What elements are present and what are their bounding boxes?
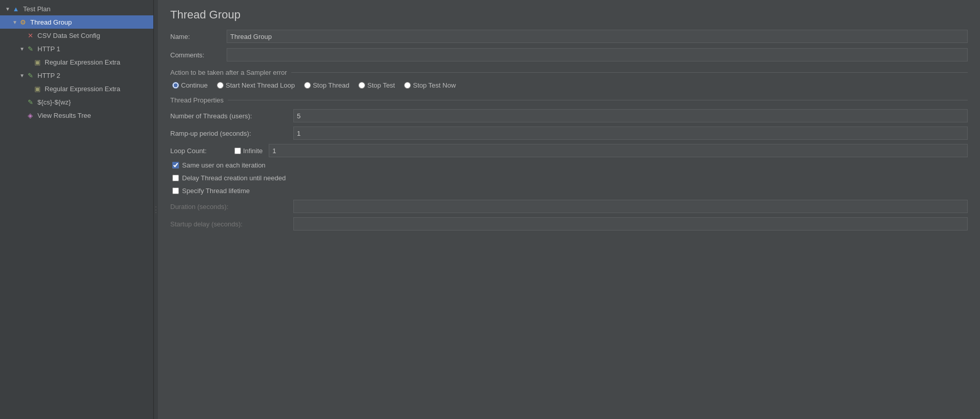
num-threads-row: Number of Threads (users): [170,109,968,122]
name-row: Name: [170,30,968,43]
sidebar-item-label-results: View Results Tree [37,112,91,119]
action-radio-group: Continue Start Next Thread Loop Stop Thr… [170,81,968,89]
sidebar-item-var[interactable]: ✎${cs}-${wz} [0,95,153,109]
sidebar: ▼▲Test Plan▼⚙Thread Group✕CSV Data Set C… [0,0,154,419]
comments-input[interactable] [227,48,968,61]
radio-stop-test-now[interactable]: Stop Test Now [404,81,456,89]
same-user-row: Same user on each iteration [170,161,968,169]
delay-thread-row: Delay Thread creation until needed [170,174,968,182]
sidebar-item-label-regex1: Regular Expression Extra [45,58,120,66]
toggle-test-plan: ▼ [4,6,11,12]
startup-delay-label: Startup delay (seconds): [170,220,293,228]
specify-lifetime-checkbox[interactable] [172,187,179,194]
sidebar-item-label-var: ${cs}-${wz} [37,98,71,106]
toggle-http2: ▼ [18,73,26,78]
startup-delay-row: Startup delay (seconds): [170,217,968,231]
sidebar-item-regex1[interactable]: ▣Regular Expression Extra [0,55,153,69]
specify-lifetime-row: Specify Thread lifetime [170,187,968,195]
radio-stop-test[interactable]: Stop Test [358,81,395,89]
comments-row: Comments: [170,48,968,61]
sidebar-item-label-test-plan: Test Plan [23,5,50,13]
thread-props-section: Number of Threads (users): Ramp-up perio… [170,109,968,231]
num-threads-label: Number of Threads (users): [170,112,293,120]
icon-test-plan: ▲ [11,4,21,13]
icon-http2: ✎ [26,71,35,80]
radio-stop-test-now-label: Stop Test Now [413,81,456,89]
sidebar-item-label-http2: HTTP 2 [37,72,61,79]
radio-start-next-label: Start Next Thread Loop [226,81,295,89]
loop-count-input[interactable] [269,144,968,157]
sidebar-item-thread-group[interactable]: ▼⚙Thread Group [0,15,153,29]
sidebar-item-http1[interactable]: ▼✎HTTP 1 [0,42,153,55]
icon-csv-data: ✕ [26,31,35,40]
duration-input[interactable] [293,200,968,213]
icon-regex2: ▣ [33,84,42,93]
rampup-label: Ramp-up period (seconds): [170,130,293,137]
toggle-http1: ▼ [18,46,26,52]
sidebar-item-label-http1: HTTP 1 [37,45,61,53]
radio-stop-thread[interactable]: Stop Thread [304,81,349,89]
sidebar-item-regex2[interactable]: ▣Regular Expression Extra [0,82,153,95]
icon-http1: ✎ [26,44,35,53]
num-threads-input[interactable] [293,109,968,122]
delay-thread-checkbox[interactable] [172,175,179,181]
main-panel: Thread Group Name: Comments: Action to b… [158,0,980,419]
comments-label: Comments: [170,51,227,59]
duration-label: Duration (seconds): [170,203,293,211]
icon-thread-group: ⚙ [18,17,28,27]
radio-continue[interactable]: Continue [172,81,208,89]
name-label: Name: [170,33,227,40]
thread-props-section-label: Thread Properties [170,96,968,104]
icon-results: ◈ [26,111,35,120]
drag-handle[interactable]: ⋮ [154,0,158,419]
rampup-row: Ramp-up period (seconds): [170,127,968,140]
infinite-label: Infinite [243,147,263,155]
name-input[interactable] [227,30,968,43]
loop-count-label: Loop Count: [170,147,234,155]
sidebar-item-label-csv-data: CSV Data Set Config [37,32,100,39]
loop-count-row: Loop Count: Infinite [170,144,968,157]
rampup-input[interactable] [293,127,968,140]
radio-stop-thread-label: Stop Thread [313,81,349,89]
sidebar-item-results[interactable]: ◈View Results Tree [0,109,153,122]
sidebar-item-http2[interactable]: ▼✎HTTP 2 [0,69,153,82]
delay-thread-label[interactable]: Delay Thread creation until needed [182,174,286,182]
startup-delay-input[interactable] [293,217,968,231]
same-user-label[interactable]: Same user on each iteration [182,161,266,169]
specify-lifetime-label[interactable]: Specify Thread lifetime [182,187,250,195]
same-user-checkbox[interactable] [172,162,179,169]
infinite-checkbox[interactable] [234,148,241,154]
icon-var: ✎ [26,97,35,107]
page-title: Thread Group [170,8,968,22]
sidebar-item-test-plan[interactable]: ▼▲Test Plan [0,2,153,15]
icon-regex1: ▣ [33,57,42,67]
sidebar-item-csv-data[interactable]: ✕CSV Data Set Config [0,29,153,42]
radio-continue-label: Continue [181,81,208,89]
sidebar-item-label-thread-group: Thread Group [30,18,72,26]
radio-stop-test-label: Stop Test [367,81,395,89]
toggle-thread-group: ▼ [11,19,18,25]
duration-row: Duration (seconds): [170,200,968,213]
sidebar-item-label-regex2: Regular Expression Extra [45,85,120,93]
radio-start-next[interactable]: Start Next Thread Loop [217,81,295,89]
action-section-label: Action to be taken after a Sampler error [170,69,968,76]
infinite-checkbox-label[interactable]: Infinite [234,147,263,155]
